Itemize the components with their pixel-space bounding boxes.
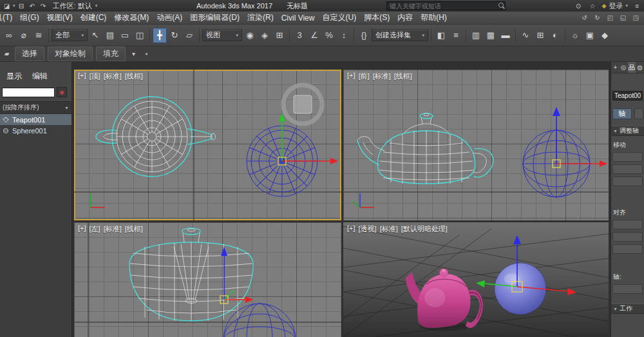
move-gizmo[interactable]: [553, 107, 607, 168]
align-to-object-button[interactable]: [612, 232, 643, 242]
render-production-icon[interactable]: ◆: [598, 28, 612, 43]
material-editor-icon[interactable]: ◐: [548, 28, 562, 43]
explorer-menu-display[interactable]: 显示: [6, 71, 22, 82]
snaps-toggle-icon[interactable]: 3: [292, 28, 307, 43]
viewport-shading-button[interactable]: [线框]: [394, 72, 412, 81]
object-name-field[interactable]: Teapot00: [612, 91, 643, 101]
render-setup-icon[interactable]: ☼: [568, 28, 582, 43]
align-to-world-button[interactable]: [612, 244, 643, 254]
list-item-sphere001[interactable]: Sphere001: [0, 125, 71, 136]
select-and-manipulate-icon[interactable]: ◈: [258, 28, 272, 43]
viewport-menu-button[interactable]: [+]: [347, 224, 355, 234]
viewport-shading-button[interactable]: [线框]: [125, 72, 143, 81]
named-selection-set-dropdown[interactable]: 创建选择集 ▾: [372, 29, 428, 41]
list-item-teapot001[interactable]: Teapot001: [0, 114, 71, 125]
explorer-filter-icon[interactable]: ◉: [57, 87, 67, 97]
viewport-menu-button[interactable]: [+]: [347, 72, 355, 81]
select-object-icon[interactable]: ↖: [88, 28, 102, 43]
viewport-menu-button[interactable]: [+]: [78, 224, 86, 234]
save-icon[interactable]: ⊟: [17, 1, 26, 10]
undo-icon[interactable]: ↶: [28, 1, 37, 10]
bind-to-space-warp-icon[interactable]: ≋: [32, 28, 46, 43]
viewport-left[interactable]: [+] [左] [标准] [线框]: [74, 222, 341, 337]
unlink-selection-icon[interactable]: ⌀: [17, 28, 31, 43]
viewcube[interactable]: [279, 81, 326, 128]
affect-hierarchy-only-button[interactable]: [612, 177, 643, 186]
use-pivot-center-icon[interactable]: ◉: [243, 28, 257, 43]
ribbon-tab-populate[interactable]: 填充: [96, 46, 126, 61]
working-pivot-rollout[interactable]: ▼ 工作: [611, 303, 644, 314]
viewport-pov-button[interactable]: [左]: [90, 224, 100, 234]
explorer-menu-edit[interactable]: 编辑: [32, 71, 48, 82]
select-by-name-icon[interactable]: ▤: [103, 28, 117, 43]
search-input[interactable]: [387, 3, 497, 10]
viewport-shading-button[interactable]: [默认明暗处理]: [401, 224, 448, 234]
ribbon-tab-object-paint[interactable]: 对象绘制: [48, 46, 93, 61]
menu-item-scripting[interactable]: 脚本(S): [360, 12, 393, 24]
ribbon-minimize-icon[interactable]: ▾: [129, 50, 138, 59]
move-gizmo[interactable]: [220, 247, 253, 303]
curve-editor-icon[interactable]: ∿: [518, 28, 533, 43]
menu-item-rendering[interactable]: 渲染(R): [243, 12, 278, 24]
menu-item-views[interactable]: 视图(V): [43, 12, 77, 24]
mirror-icon[interactable]: ◧: [434, 28, 448, 43]
teapot-wireframe-front[interactable]: [357, 113, 493, 184]
selection-region-icon[interactable]: ▭: [118, 28, 132, 43]
hierarchy-tab-icon[interactable]: 品: [628, 62, 636, 73]
selection-filter-dropdown[interactable]: 全部 ▾: [52, 29, 88, 41]
affect-object-only-button[interactable]: [612, 164, 643, 174]
window-crossing-icon[interactable]: ◫: [133, 28, 147, 43]
explorer-sort-header[interactable]: (按降序排序) ▼: [0, 101, 71, 114]
menu-item-help[interactable]: 帮助(H): [417, 12, 451, 24]
spinner-snap-icon[interactable]: ↕: [337, 28, 351, 43]
menu-item-customize[interactable]: 自定义(U): [318, 12, 360, 24]
viewport-preset-button[interactable]: [标准]: [104, 72, 122, 81]
menu-item-content[interactable]: 内容: [393, 12, 417, 24]
align-icon[interactable]: ≡: [449, 28, 463, 43]
motion-tab-icon[interactable]: ◍: [636, 62, 644, 73]
modify-tab-icon[interactable]: ◎: [620, 62, 628, 73]
scene-explorer-toggle-icon[interactable]: ▥: [469, 28, 483, 43]
ribbon-tab-select[interactable]: 选择: [15, 46, 44, 61]
explorer-search-input[interactable]: [2, 88, 55, 97]
show-grid-icon[interactable]: ◱: [618, 14, 628, 23]
angle-snap-icon[interactable]: ∠: [307, 28, 321, 43]
ribbon-toggle-icon[interactable]: ▬: [498, 28, 513, 43]
select-and-rotate-icon[interactable]: ↻: [167, 28, 182, 43]
workspace-dropdown[interactable]: 工作区: 默认 ▾: [50, 1, 101, 11]
teapot-wireframe-left[interactable]: [129, 228, 253, 321]
menu-item-group[interactable]: 组(G): [16, 12, 43, 24]
coordinate-system-dropdown[interactable]: 视图 ▾: [202, 29, 242, 41]
teapot-wireframe-top[interactable]: [96, 97, 216, 177]
viewport-preset-button[interactable]: [标准]: [380, 224, 398, 234]
community-icon[interactable]: ⊙: [574, 1, 583, 10]
center-to-object-button[interactable]: [612, 220, 643, 229]
adjust-pivot-rollout[interactable]: ▼ 调整轴: [611, 126, 644, 136]
menu-item-modifiers[interactable]: 修改器(M): [110, 12, 153, 24]
viewport-top[interactable]: [+] [顶] [标准] [线框]: [74, 70, 341, 220]
create-tab-icon[interactable]: +: [611, 62, 620, 73]
redo-icon[interactable]: ↷: [39, 1, 48, 10]
menu-item-animation[interactable]: 动画(A): [153, 12, 186, 24]
favorites-star-icon[interactable]: ☆: [588, 1, 598, 10]
rendered-frame-icon[interactable]: ▣: [583, 28, 597, 43]
viewport-pov-button[interactable]: [透视]: [359, 224, 377, 234]
ik-button[interactable]: [634, 108, 643, 119]
app-logo-icon[interactable]: ◪: [2, 1, 12, 10]
sphere-wireframe-left[interactable]: [223, 303, 296, 337]
view-redo-icon[interactable]: ↻: [592, 14, 602, 23]
teapot-shaded[interactable]: [406, 269, 482, 331]
menu-item-create[interactable]: 创建(C): [77, 12, 111, 24]
view-undo-icon[interactable]: ↺: [580, 14, 589, 23]
app-menu-caret-icon[interactable]: ▾: [13, 3, 15, 8]
percent-snap-icon[interactable]: %: [322, 28, 336, 43]
menu-item-civil-view[interactable]: Civil View: [278, 12, 319, 24]
app-menu-icon[interactable]: ≡: [632, 1, 642, 10]
ribbon-config-icon[interactable]: ▪: [142, 50, 151, 59]
layer-explorer-toggle-icon[interactable]: ▦: [484, 28, 498, 43]
menu-item-tools[interactable]: 工具(T): [0, 12, 16, 24]
docking-icon[interactable]: ◳: [631, 14, 641, 23]
select-and-scale-icon[interactable]: ▱: [182, 28, 196, 43]
viewport-front[interactable]: [+] [前] [标准] [线框]: [343, 70, 609, 220]
modeling-ribbon-icon[interactable]: ▰: [2, 50, 12, 59]
